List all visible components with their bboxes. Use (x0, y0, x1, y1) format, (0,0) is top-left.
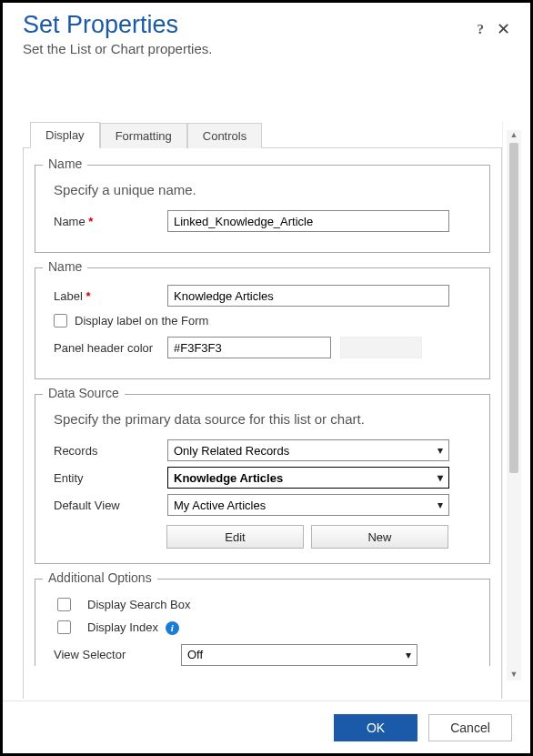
section-legend: Additional Options (43, 570, 157, 585)
records-select-value: Only Related Records (174, 444, 289, 458)
section-additional-options: Additional Options Display Search Box Di… (35, 579, 490, 666)
chevron-down-icon: ▾ (437, 444, 443, 457)
cancel-button[interactable]: Cancel (428, 714, 512, 741)
chevron-down-icon: ▾ (437, 471, 443, 484)
default-view-select-value: My Active Articles (174, 499, 266, 512)
label-label: Label (54, 289, 167, 303)
display-index-text: Display Index (87, 620, 158, 634)
label-input[interactable] (167, 285, 449, 307)
display-label-checkbox[interactable] (54, 314, 67, 328)
section-name-label: Name Label Display label on the Form Pan… (35, 267, 490, 379)
section-desc: Specify a unique name. (54, 182, 477, 197)
records-select[interactable]: Only Related Records ▾ (167, 439, 449, 461)
view-selector-label: View Selector (54, 648, 181, 661)
panel-color-swatch[interactable] (340, 337, 422, 358)
view-selector-value: Off (187, 648, 203, 661)
name-input[interactable] (167, 210, 449, 232)
records-label: Records (54, 444, 167, 458)
tab-panel-display: Name Specify a unique name. Name Name La… (23, 147, 502, 699)
display-search-checkbox[interactable] (57, 598, 71, 611)
help-icon[interactable]: ? (478, 22, 485, 37)
dialog-window: Set Properties Set the List or Chart pro… (0, 0, 533, 756)
edit-view-button[interactable]: Edit (166, 525, 304, 549)
section-legend: Name (43, 259, 87, 274)
dialog-subtitle: Set the List or Chart properties. (23, 41, 510, 56)
section-data-source: Data Source Specify the primary data sou… (35, 394, 490, 564)
tab-strip: Display Formatting Controls (23, 121, 502, 147)
ok-button[interactable]: OK (334, 714, 417, 741)
default-view-select[interactable]: My Active Articles ▾ (167, 494, 449, 516)
entity-label: Entity (54, 471, 167, 485)
panel-color-input[interactable] (167, 337, 331, 358)
info-icon[interactable]: i (166, 621, 179, 635)
content-area: ▲ ▼ Display Formatting Controls Name Spe… (23, 121, 521, 699)
scroll-down-icon[interactable]: ▼ (508, 670, 519, 680)
scrollbar[interactable]: ▲ ▼ (507, 130, 521, 680)
close-icon[interactable]: ✕ (497, 19, 510, 39)
dialog-title: Set Properties (23, 12, 510, 39)
default-view-label: Default View (54, 499, 167, 512)
chevron-down-icon: ▾ (406, 649, 411, 661)
section-legend: Data Source (43, 386, 125, 400)
scrollbar-thumb[interactable] (509, 143, 518, 473)
name-label: Name (54, 215, 167, 228)
tab-display[interactable]: Display (30, 122, 100, 148)
tab-controls[interactable]: Controls (187, 123, 262, 148)
display-index-checkbox-label: Display Index i (87, 620, 179, 635)
entity-select-value: Knowledge Articles (174, 471, 283, 485)
section-legend: Name (43, 156, 87, 171)
section-desc: Specify the primary data source for this… (54, 411, 477, 427)
dialog-header: Set Properties Set the List or Chart pro… (3, 3, 530, 56)
section-name-unique: Name Specify a unique name. Name (35, 165, 490, 253)
panel-color-label: Panel header color (54, 341, 167, 355)
dialog-footer: OK Cancel (3, 701, 530, 753)
scroll-up-icon[interactable]: ▲ (508, 130, 519, 141)
tab-formatting[interactable]: Formatting (100, 123, 187, 148)
view-selector-select[interactable]: Off ▾ (181, 644, 417, 666)
entity-select[interactable]: Knowledge Articles ▾ (167, 467, 449, 489)
chevron-down-icon: ▾ (437, 499, 443, 511)
new-view-button[interactable]: New (311, 525, 448, 549)
display-search-checkbox-label: Display Search Box (87, 598, 190, 611)
display-label-checkbox-label: Display label on the Form (75, 314, 208, 328)
display-index-checkbox[interactable] (57, 620, 71, 634)
